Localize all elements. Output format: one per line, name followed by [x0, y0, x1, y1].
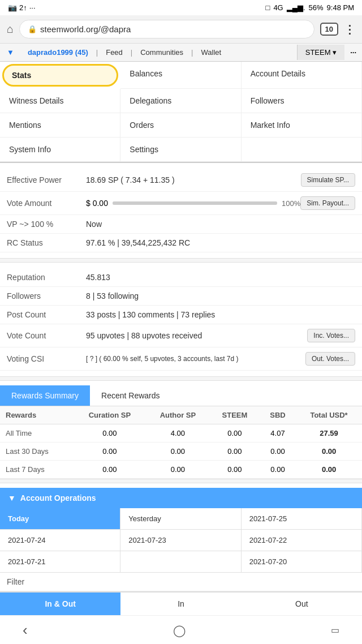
nav-communities[interactable]: Communities: [133, 44, 190, 61]
lock-icon: 🔒: [28, 25, 37, 33]
nav-wallet[interactable]: Wallet: [194, 44, 228, 61]
post-count-label: Post Count: [7, 310, 86, 319]
menu-grid: Stats Balances Account Details Witness D…: [0, 62, 362, 163]
account-info-section: Reputation 45.813 Followers 8 | 53 follo…: [0, 263, 362, 376]
tab-out[interactable]: Out: [242, 593, 362, 615]
ops-2021-07-23[interactable]: 2021-07-23: [120, 530, 241, 551]
menu-delegations[interactable]: Delegations: [120, 89, 241, 113]
rewards-7d-label: Last 7 Days: [0, 461, 74, 479]
vp-label: VP ~> 100 %: [7, 220, 86, 229]
rewards-30d-curation: 0.00: [74, 443, 146, 461]
operations-header: ▼ Account Operations: [0, 488, 362, 508]
tab-recent-rewards[interactable]: Recent Rewards: [90, 385, 171, 406]
vote-percent: 100%: [282, 199, 300, 208]
menu-settings[interactable]: Settings: [120, 138, 241, 162]
rewards-header: Rewards Summary Recent Rewards: [0, 385, 362, 406]
stat-post-count: Post Count 33 posts | 130 comments | 73 …: [0, 306, 362, 324]
section-divider-1: [0, 258, 362, 263]
nav-feed[interactable]: Feed: [99, 44, 130, 61]
rewards-alltime-author: 4.00: [146, 424, 210, 443]
android-nav: ‹ ◯ ▭: [0, 615, 362, 644]
rewards-row-30days: Last 30 Days 0.00 0.00 0.00 0.00 0.00: [0, 443, 362, 461]
recent-button[interactable]: ▭: [331, 625, 339, 636]
rewards-alltime-curation: 0.00: [74, 424, 146, 443]
menu-stats[interactable]: Stats: [2, 64, 118, 87]
tab-in-out[interactable]: In & Out: [0, 593, 120, 615]
operations-grid: Today Yesterday 2021-07-25 2021-07-24 20…: [0, 508, 362, 573]
vote-count-label: Vote Count: [7, 331, 86, 340]
photo-icon: 📷: [8, 3, 17, 12]
menu-followers[interactable]: Followers: [242, 89, 362, 113]
menu-witness-details[interactable]: Witness Details: [0, 89, 120, 113]
menu-account-details[interactable]: Account Details: [242, 62, 362, 89]
nav-tabs: ▼ daprado1999 (45) | Feed | Communities …: [0, 44, 362, 62]
stat-vote-count: Vote Count 95 upvotes | 88 upvotes recei…: [0, 324, 362, 347]
ops-today[interactable]: Today: [0, 508, 120, 530]
ops-2021-07-24[interactable]: 2021-07-24: [0, 530, 120, 551]
col-steem: STEEM: [210, 406, 260, 424]
followers-value: 8 | 53 following: [86, 291, 355, 300]
filter-row: Filter: [0, 573, 362, 591]
nav-more-dots[interactable]: ···: [344, 44, 362, 61]
menu-system-info[interactable]: System Info: [0, 138, 120, 162]
nav-steem[interactable]: STEEM ▾: [297, 45, 344, 60]
tab-rewards-summary[interactable]: Rewards Summary: [0, 385, 90, 406]
ops-2021-07-20[interactable]: 2021-07-20: [242, 551, 362, 573]
menu-empty: [242, 138, 362, 162]
vp-value: Now: [86, 220, 355, 229]
signal-bars: ▂▄▆.: [287, 3, 305, 12]
rc-status-value: 97.61 % | 39,544,225,432 RC: [86, 238, 355, 247]
ops-2021-07-21[interactable]: 2021-07-21: [0, 551, 120, 573]
vote-count-value: 95 upvotes | 88 upvotes received: [86, 331, 307, 340]
ops-empty: [120, 551, 241, 573]
tab-in[interactable]: In: [120, 593, 241, 615]
vote-amount-value: $ 0.00: [86, 199, 108, 208]
url-bar[interactable]: 🔒 steemworld.org/@dapra: [19, 20, 314, 38]
home-icon[interactable]: ⌂: [7, 23, 14, 36]
network-label: 4G: [273, 3, 283, 12]
col-sbd: SBD: [260, 406, 296, 424]
out-votes-button[interactable]: Out. Votes...: [305, 352, 355, 366]
operations-title: Account Operations: [20, 493, 96, 503]
rewards-table-header: Rewards Curation SP Author SP STEEM SBD …: [0, 406, 362, 424]
stat-voting-csi: Voting CSI [ ? ] ( 60.00 % self, 5 upvot…: [0, 347, 362, 371]
section-divider-3: [0, 479, 362, 483]
back-button[interactable]: ‹: [23, 621, 28, 639]
rewards-alltime-steem: 0.00: [210, 424, 260, 443]
menu-mentions[interactable]: Mentions: [0, 113, 120, 138]
voting-csi-value: [ ? ] ( 60.00 % self, 5 upvotes, 3 accou…: [86, 355, 305, 363]
bottom-tabs: In & Out In Out: [0, 591, 362, 615]
status-left: 📷 2↑ ···: [8, 3, 36, 12]
simulate-sp-button[interactable]: Simulate SP...: [301, 173, 355, 187]
rewards-row-7days: Last 7 Days 0.00 0.00 0.00 0.00 0.00: [0, 461, 362, 479]
rewards-7d-author: 0.00: [146, 461, 210, 479]
inc-votes-button[interactable]: Inc. Votes...: [307, 329, 355, 342]
rewards-7d-total: 0.00: [296, 461, 362, 479]
url-text: steemworld.org/@dapra: [40, 24, 131, 34]
col-curation: Curation SP: [74, 406, 146, 424]
nav-user[interactable]: daprado1999 (45): [21, 44, 95, 61]
ops-2021-07-25[interactable]: 2021-07-25: [242, 508, 362, 530]
home-button[interactable]: ◯: [173, 624, 186, 637]
rewards-30d-total: 0.00: [296, 443, 362, 461]
reputation-value: 45.813: [86, 273, 355, 282]
post-count-value: 33 posts | 130 comments | 73 replies: [86, 310, 355, 319]
menu-balances[interactable]: Balances: [120, 62, 241, 89]
col-total: Total USD*: [296, 406, 362, 424]
followers-label: Followers: [7, 291, 86, 300]
ops-yesterday[interactable]: Yesterday: [120, 508, 241, 530]
ops-2021-07-22[interactable]: 2021-07-22: [242, 530, 362, 551]
stat-rc-status: RC Status 97.61 % | 39,544,225,432 RC: [0, 234, 362, 252]
battery-label: 56%: [309, 3, 324, 12]
nav-sep3: |: [190, 44, 194, 61]
menu-orders[interactable]: Orders: [120, 113, 241, 138]
vote-bar: [113, 201, 277, 205]
menu-dots-icon[interactable]: ⋮: [344, 23, 355, 36]
rewards-alltime-total: 27.59: [296, 424, 362, 443]
tab-count[interactable]: 10: [320, 23, 338, 36]
rc-status-label: RC Status: [7, 238, 86, 247]
sim-payout-button[interactable]: Sim. Payout...: [300, 196, 355, 210]
rewards-30d-author: 0.00: [146, 443, 210, 461]
menu-market-info[interactable]: Market Info: [242, 113, 362, 138]
rewards-alltime-label: All Time: [0, 424, 74, 443]
